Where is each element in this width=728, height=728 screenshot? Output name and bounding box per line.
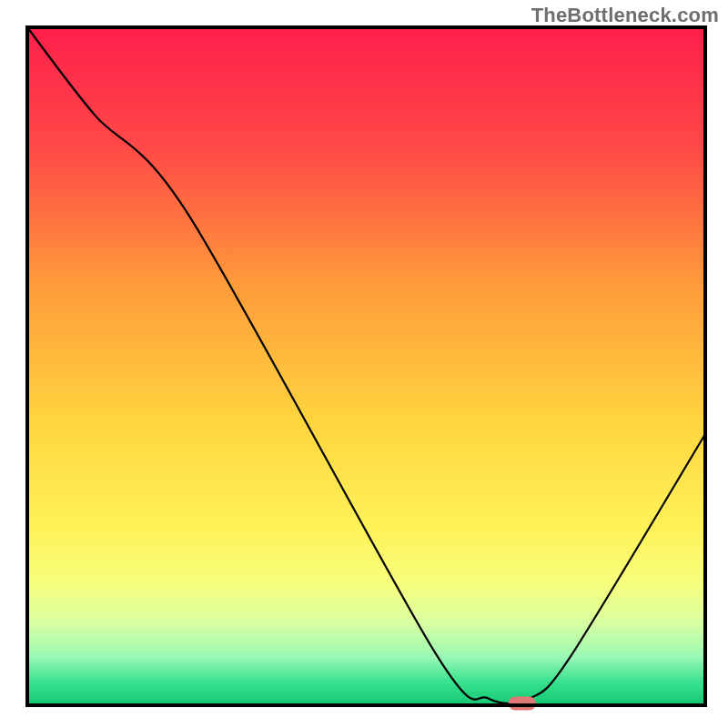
- chart-container: TheBottleneck.com: [0, 0, 728, 728]
- watermark-text: TheBottleneck.com: [531, 4, 719, 27]
- bottleneck-chart: [0, 0, 728, 728]
